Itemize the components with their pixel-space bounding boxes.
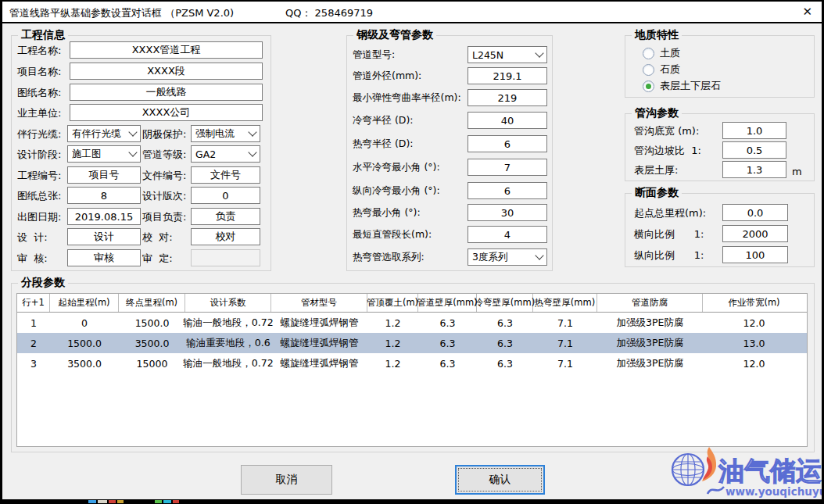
start-mileage-input[interactable] (722, 204, 788, 221)
field-label: 图纸名称: (17, 86, 61, 100)
chevron-down-icon (535, 48, 543, 57)
hot-bend-min-angle-input[interactable] (468, 204, 547, 221)
chevron-down-icon (248, 127, 256, 136)
min-straight-length-input[interactable] (468, 226, 547, 243)
reviewer-input[interactable] (67, 249, 141, 266)
engineering-number-input[interactable] (67, 166, 141, 184)
field-label: 设 计: (17, 231, 48, 245)
long-cold-bend-min-angle-input[interactable] (468, 182, 547, 199)
form-row: 纵向比例 1: (625, 246, 814, 263)
table-cell: 6.3 (477, 313, 533, 333)
combo-value: GA2 (195, 148, 249, 160)
total-sheets-input[interactable] (67, 187, 141, 204)
combo-value: L245N (472, 49, 536, 61)
group-steel-bend-params: 钢级及弯管参数 管道型号: L245N 管道外径(mm): 最小弹性弯曲率半径(… (346, 35, 553, 271)
project-name-input[interactable] (70, 63, 263, 80)
combo-value: 有伴行光缆 (72, 127, 130, 141)
radio-rock[interactable]: 石质 (643, 63, 680, 77)
outer-diameter-input[interactable] (468, 67, 547, 84)
chevron-down-icon (128, 148, 137, 156)
table-cell: 7.1 (533, 353, 597, 374)
file-number-input[interactable] (191, 166, 260, 184)
table-cell: 加强级3PE防腐 (597, 333, 703, 353)
designer-input[interactable] (67, 228, 141, 245)
field-label: 横向比例 1: (634, 227, 704, 241)
field-label: 伴行光缆: (17, 127, 61, 141)
cathodic-protection-combo[interactable]: 强制电流 (191, 125, 260, 142)
design-version-input[interactable] (191, 187, 260, 204)
field-label: 项目负责: (142, 210, 186, 224)
taskbar-fragment (163, 500, 171, 503)
taskbar-fragment (98, 500, 107, 503)
form-row: 工程编号: 文件编号: (12, 166, 270, 184)
engineering-name-input[interactable] (70, 41, 263, 59)
hot-bend-series-combo[interactable]: 3度系列 (468, 248, 547, 266)
proofreader-input[interactable] (191, 228, 260, 245)
group-geology: 地质特性 土质 石质 表层土下层石 (625, 35, 815, 98)
hot-bend-radius-input[interactable] (468, 135, 547, 152)
table-row[interactable]: 1 0 1500.0 输油一般地段，0.72 螺旋缝埋弧焊钢管 1.2 6.3 … (17, 313, 807, 333)
drawing-date-input[interactable] (67, 208, 141, 225)
field-label: 审 定: (142, 252, 173, 266)
field-label: 管道型号: (353, 48, 395, 62)
table-cell: 加强级3PE防腐 (597, 353, 703, 374)
pipeline-grade-combo[interactable]: GA2 (191, 145, 260, 163)
form-row: 出图日期: 项目负责: (12, 208, 270, 225)
min-elastic-bend-radius-input[interactable] (468, 89, 547, 106)
table-cell: 12.0 (703, 313, 805, 333)
table-row-selected[interactable]: 2 1500.0 3500.0 输油重要地段，0.6 螺旋缝埋弧焊钢管 1.2 … (17, 333, 807, 353)
field-label: 水平冷弯最小角 (°): (353, 161, 440, 174)
project-leader-input[interactable] (191, 208, 260, 225)
vert-scale-input[interactable] (722, 246, 788, 263)
field-label: 业主单位: (17, 106, 61, 120)
horiz-scale-input[interactable] (722, 225, 788, 242)
horiz-cold-bend-min-angle-input[interactable] (468, 159, 547, 176)
trench-bottom-width-input[interactable] (722, 122, 786, 139)
radio-icon (643, 64, 654, 76)
trench-slope-ratio-input[interactable] (722, 141, 786, 159)
close-icon[interactable]: ✕ (802, 5, 812, 19)
group-segment-params: 分段参数 行+1 起始里程(m) 终点里程(m) 设计系数 管材型号 管顶覆土(… (11, 283, 815, 452)
radio-label: 石质 (660, 63, 680, 77)
form-row: 起点总里程(m): (625, 204, 814, 221)
approver-input (191, 249, 260, 266)
table-cell: 1.2 (367, 353, 418, 374)
field-label: 审 核: (17, 252, 48, 266)
group-title-project-info: 工程信息 (18, 28, 68, 42)
header-cell: 作业带宽(m) (703, 294, 805, 312)
field-label: 热弯半径 (D): (353, 138, 414, 151)
radio-soil[interactable]: 土质 (643, 46, 680, 60)
radio-icon (643, 48, 654, 59)
companion-cable-combo[interactable]: 有伴行光缆 (67, 125, 141, 142)
form-row: 热弯最小角 (°): (347, 204, 552, 221)
pipe-model-combo[interactable]: L245N (468, 46, 547, 63)
form-row: 设计阶段: 施工图 管道等级: GA2 (12, 145, 270, 163)
design-stage-combo[interactable]: 施工图 (67, 145, 141, 163)
form-row: 工程名称: (12, 41, 270, 59)
header-cell: 热弯壁厚(mm) (533, 294, 597, 312)
table-cell: 7.1 (533, 333, 597, 353)
table-cell: 1500.0 (50, 333, 119, 353)
owner-unit-input[interactable] (70, 104, 263, 121)
drawing-name-input[interactable] (70, 84, 263, 101)
radio-label: 表层土下层石 (660, 79, 721, 93)
topsoil-thickness-input[interactable] (722, 161, 786, 178)
table-cell: 螺旋缝埋弧焊钢管 (271, 333, 367, 353)
radio-topsoil-over-rock[interactable]: 表层土下层石 (643, 79, 721, 93)
form-row: 审 核: 审 定: (12, 249, 270, 266)
table-row[interactable]: 3 3500.0 15000 输油一般地段，0.72 螺旋缝埋弧焊钢管 1.2 … (17, 353, 807, 374)
cold-bend-radius-input[interactable] (468, 112, 547, 129)
table-cell: 1 (17, 313, 50, 333)
table-cell: 输油一般地段，0.72 (185, 313, 271, 333)
field-label: 设计阶段: (17, 148, 61, 162)
cancel-button[interactable]: 取消 (241, 465, 332, 495)
confirm-button[interactable]: 确认 (455, 465, 545, 495)
group-title-segments: 分段参数 (18, 276, 68, 290)
field-label: 热弯最小角 (°): (353, 206, 421, 220)
table-cell: 6.3 (418, 313, 477, 333)
field-label: 设计版次: (142, 189, 186, 203)
flame-icon (702, 447, 716, 481)
form-row: 横向比例 1: (625, 225, 814, 242)
field-label: 图纸总张: (17, 189, 61, 203)
table-cell: 输油重要地段，0.6 (185, 333, 271, 353)
